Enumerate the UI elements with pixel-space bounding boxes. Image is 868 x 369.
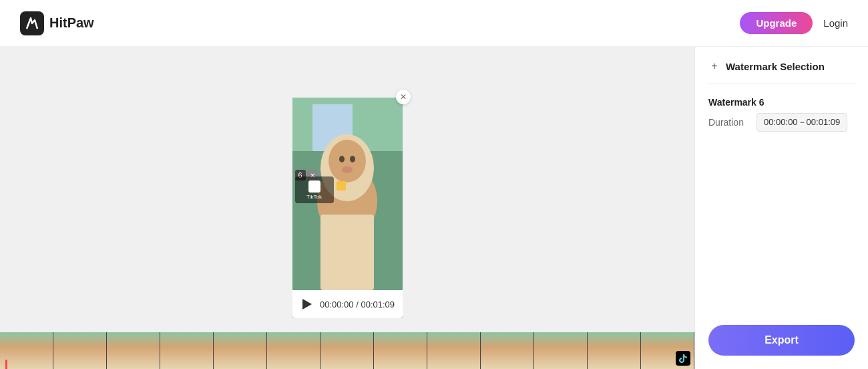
- plus-icon[interactable]: +: [708, 60, 720, 72]
- duration-value: 00:00:00－00:01:09: [756, 113, 847, 132]
- right-panel: + Watermark Selection Watermark 6 Durati…: [694, 47, 868, 369]
- tiktok-frame-icon: [676, 351, 690, 366]
- left-panel: ✕: [0, 47, 694, 369]
- tiktok-watermark-overlay: TikTok: [295, 176, 334, 203]
- timeline-frame-1: [0, 332, 53, 369]
- tiktok-svg: [310, 182, 319, 191]
- watermark-selection-header: + Watermark Selection: [708, 60, 855, 84]
- close-icon: ✕: [400, 92, 407, 102]
- right-panel-content: + Watermark Selection Watermark 6 Durati…: [695, 47, 868, 325]
- timeline-frame-9: [427, 332, 481, 369]
- svg-point-9: [339, 156, 345, 162]
- watermark-selection-marker[interactable]: [337, 181, 346, 191]
- timeline-frame-10: [481, 332, 534, 369]
- duration-label: Duration: [708, 117, 748, 128]
- timeline-frame-4: [160, 332, 214, 369]
- svg-rect-8: [320, 215, 374, 290]
- timeline-frame-11: [534, 332, 588, 369]
- tiktok-frame-svg: [678, 354, 688, 363]
- video-time: 00:00:00 / 00:01:09: [320, 299, 395, 310]
- export-button[interactable]: Export: [708, 325, 855, 356]
- watermark-selection-title: Watermark Selection: [726, 61, 825, 72]
- timeline-frame-6: [267, 332, 320, 369]
- header-right: Upgrade Login: [740, 12, 848, 34]
- watermark-item: Watermark 6 Duration 00:00:00－00:01:09: [708, 97, 855, 132]
- tiktok-logo-icon: [308, 180, 320, 193]
- watermark-name: Watermark 6: [708, 97, 855, 108]
- timeline-frame-7: [320, 332, 374, 369]
- video-container: ✕: [292, 98, 403, 318]
- upgrade-button[interactable]: Upgrade: [740, 12, 813, 34]
- timeline-frame-3: [107, 332, 160, 369]
- main-layout: ✕: [0, 47, 868, 369]
- login-button[interactable]: Login: [823, 17, 848, 29]
- total-time: 00:01:09: [361, 299, 395, 310]
- svg-point-7: [329, 140, 366, 182]
- svg-point-10: [350, 156, 355, 162]
- play-icon: [302, 299, 312, 310]
- video-close-button[interactable]: ✕: [396, 90, 411, 104]
- logo-text: HitPaw: [49, 15, 94, 31]
- tiktok-watermark-label: TikTok: [306, 194, 322, 200]
- play-button[interactable]: [300, 297, 314, 312]
- duration-row: Duration 00:00:00－00:01:09: [708, 113, 855, 132]
- video-frame: 6 ✕ TikTok: [292, 98, 403, 290]
- svg-point-11: [342, 166, 353, 173]
- timeline-frame-5: [214, 332, 267, 369]
- header: HitPaw Upgrade Login: [0, 0, 868, 47]
- timeline-frame-8: [374, 332, 427, 369]
- logo: HitPaw: [20, 11, 94, 35]
- timeline-frame-12: [588, 332, 641, 369]
- logo-icon: [20, 11, 44, 35]
- playhead-indicator: [5, 360, 7, 369]
- timeline[interactable]: [0, 332, 694, 369]
- video-controls: 00:00:00 / 00:01:09: [292, 290, 403, 318]
- timeline-frame-13: [641, 332, 694, 369]
- current-time: 00:00:00: [320, 299, 354, 310]
- timeline-frame-2: [53, 332, 107, 369]
- time-separator: /: [356, 299, 359, 310]
